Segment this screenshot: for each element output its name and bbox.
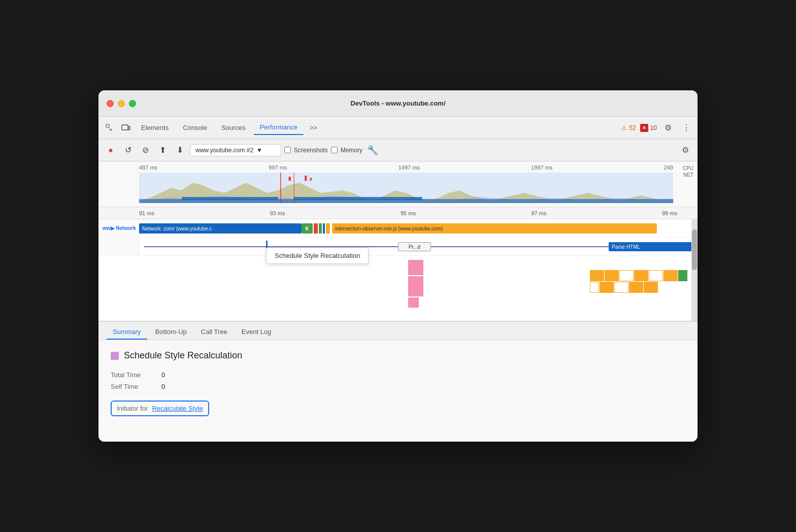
cpu-label: CPU <box>683 165 693 171</box>
error-badge[interactable]: ✕ 10 <box>640 124 657 132</box>
close-button[interactable] <box>107 100 114 107</box>
screenshots-checkbox[interactable]: Screenshots <box>284 147 328 154</box>
clear-button[interactable]: ⊘ <box>138 143 152 157</box>
tab-badges: ⚠ 52 ✕ 10 ⚙ ⋮ <box>621 121 693 135</box>
overview-mark-1: 497 ms <box>139 164 157 171</box>
prd-bar: Pr...d <box>398 242 431 251</box>
svg-rect-1 <box>122 125 128 130</box>
minimize-button[interactable] <box>118 100 125 107</box>
svg-rect-2 <box>128 126 130 130</box>
parse-html-bar: Parse HTML <box>609 242 698 251</box>
titlebar: DevTools - www.youtube.com/ <box>98 90 698 117</box>
timeline-tracks: ww▶ Network Network .com/ (www.youtube.c… <box>98 219 698 321</box>
devtools-window: DevTools - www.youtube.com/ Elements Con… <box>98 90 698 442</box>
timeline-container: 497 ms 997 ms 1497 ms 1997 ms 249 CPU NE… <box>98 161 698 321</box>
overview-mark-4: 1997 ms <box>531 164 552 171</box>
tab-event-log[interactable]: Event Log <box>236 325 278 340</box>
tab-call-tree[interactable]: Call Tree <box>195 325 234 340</box>
window-title: DevTools - www.youtube.com/ <box>350 99 445 107</box>
total-time-value: 0 <box>161 371 165 379</box>
title-color-indicator <box>111 352 119 360</box>
ruler-mark-4: 97 ms <box>532 210 547 216</box>
cpu-net-labels: CPU NET <box>683 165 693 178</box>
toolbar-settings-button[interactable]: ⚙ <box>678 143 692 157</box>
settings-button[interactable]: ⚙ <box>661 121 675 135</box>
tab-summary[interactable]: Summary <box>107 325 147 340</box>
tab-performance[interactable]: Performance <box>254 120 304 135</box>
ruler-mark-2: 93 ms <box>270 210 285 216</box>
network-label-text: ww▶ Network <box>103 225 136 231</box>
svg-rect-10 <box>289 177 291 181</box>
cpu-graph <box>139 173 673 203</box>
capture-settings-button[interactable]: 🔧 <box>366 143 380 157</box>
memory-input[interactable] <box>331 147 338 153</box>
warning-badge[interactable]: ⚠ 52 <box>621 124 636 131</box>
network-bar-blue: Network .com/ (www.youtube.c <box>139 223 302 234</box>
self-time-label: Self Time <box>111 383 161 390</box>
timeline-scrollbar[interactable] <box>691 219 698 321</box>
initiator-link[interactable]: Recalculate Style <box>152 405 203 412</box>
tab-elements[interactable]: Elements <box>135 121 175 135</box>
overview-mark-5: 249 <box>664 164 673 171</box>
summary-content: Schedule Style Recalculation Total Time … <box>98 340 698 442</box>
ruler: 91 ms 93 ms 95 ms 97 ms 99 ms <box>98 207 698 219</box>
maximize-button[interactable] <box>129 100 136 107</box>
network-track-content[interactable]: Network .com/ (www.youtube.c K <box>139 219 698 237</box>
select-icon[interactable] <box>103 121 117 135</box>
memory-checkbox[interactable]: Memory <box>331 147 362 154</box>
svg-rect-8 <box>182 197 278 200</box>
initiator-label: Initiator for <box>117 405 148 412</box>
performance-toolbar: ● ↺ ⊘ ⬆ ⬇ www.youtube.com #2 ▼ Screensho… <box>98 139 698 161</box>
pink-column <box>408 260 423 311</box>
ruler-mark-5: 99 ms <box>662 210 677 216</box>
ruler-mark-3: 95 ms <box>401 210 416 216</box>
svg-rect-11 <box>305 176 307 181</box>
device-icon[interactable] <box>119 121 133 135</box>
summary-tabs: Summary Bottom-Up Call Tree Event Log <box>98 322 698 340</box>
network-bar-yellow: intersection-observer.min.js (www.youtub… <box>332 223 657 234</box>
scrollbar-thumb[interactable] <box>692 229 697 270</box>
traffic-lights <box>107 100 136 107</box>
main-track-label <box>98 238 139 255</box>
self-time-value: 0 <box>161 383 165 390</box>
screenshots-input[interactable] <box>284 147 291 153</box>
tab-more[interactable]: >> <box>306 122 321 134</box>
total-time-label: Total Time <box>111 371 161 379</box>
net-label: NET <box>683 172 693 178</box>
tab-bottom-up[interactable]: Bottom-Up <box>149 325 193 340</box>
network-track-label: ww▶ Network <box>98 219 139 237</box>
ruler-marks: 91 ms 93 ms 95 ms 97 ms 99 ms <box>139 210 677 216</box>
tooltip: Schedule Style Recalculation <box>266 247 369 264</box>
yellow-blocks-right <box>590 270 691 293</box>
mini-blocks <box>314 223 330 234</box>
warning-icon: ⚠ <box>621 124 627 131</box>
main-track-content[interactable]: ▶ Pr...d Parse HTML <box>139 238 698 255</box>
more-options-button[interactable]: ⋮ <box>679 121 693 135</box>
tabbar: Elements Console Sources Performance >> … <box>98 117 698 139</box>
overview-mark-3: 1497 ms <box>399 164 420 171</box>
summary-title: Schedule Style Recalculation <box>111 350 685 361</box>
network-bar-green: K <box>302 223 313 234</box>
refresh-button[interactable]: ↺ <box>121 143 135 157</box>
total-time-row: Total Time 0 <box>111 371 685 379</box>
tab-console[interactable]: Console <box>177 121 213 135</box>
error-icon: ✕ <box>640 124 648 132</box>
overview-mark-2: 997 ms <box>269 164 287 171</box>
svg-rect-9 <box>294 197 422 200</box>
self-time-row: Self Time 0 <box>111 383 685 390</box>
ruler-mark-1: 91 ms <box>139 210 154 216</box>
network-track-row: ww▶ Network Network .com/ (www.youtube.c… <box>98 219 698 238</box>
summary-panel: Summary Bottom-Up Call Tree Event Log Sc… <box>98 321 698 442</box>
lower-tracks <box>139 260 691 321</box>
timeline-overview[interactable]: 497 ms 997 ms 1497 ms 1997 ms 249 CPU NE… <box>98 161 698 207</box>
record-button[interactable]: ● <box>104 143 118 157</box>
main-track-row: ▶ Pr...d Parse HTML <box>98 238 698 256</box>
svg-rect-0 <box>106 124 109 127</box>
download-button[interactable]: ⬇ <box>173 143 187 157</box>
upload-button[interactable]: ⬆ <box>155 143 170 157</box>
dropdown-arrow-icon: ▼ <box>256 147 262 154</box>
svg-rect-12 <box>310 178 312 181</box>
initiator-row: Initiator for Recalculate Style <box>111 401 209 416</box>
tab-sources[interactable]: Sources <box>215 121 252 135</box>
profile-selector[interactable]: www.youtube.com #2 ▼ <box>190 144 281 156</box>
